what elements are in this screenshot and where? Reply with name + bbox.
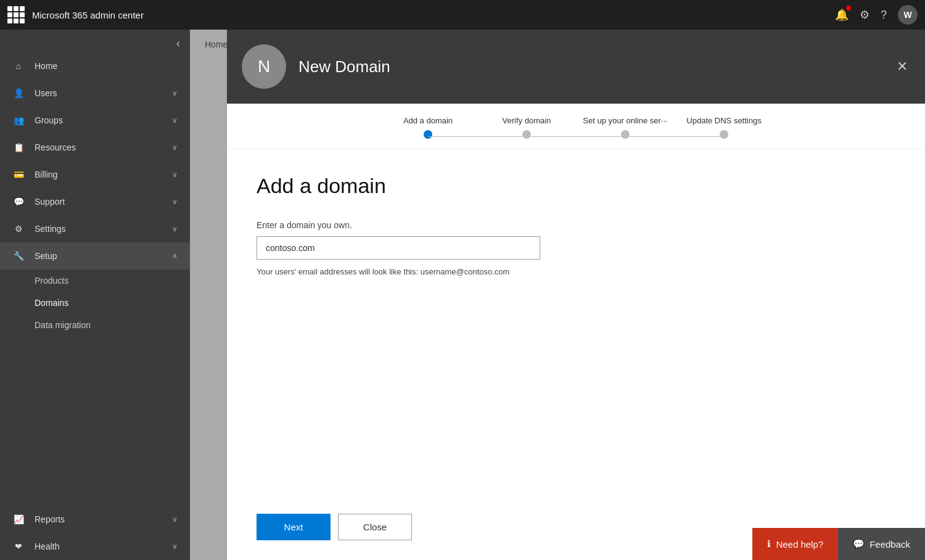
topbar: Microsoft 365 admin center 🔔 ⚙ ? W [0, 0, 925, 30]
content-area: Home N New Domain ✕ Add a domain [190, 30, 925, 560]
sidebar-item-support[interactable]: 💬 Support ∨ [0, 188, 190, 215]
users-icon: 👤 [12, 87, 25, 99]
need-help-button[interactable]: ℹ Need help? [752, 528, 838, 560]
feedback-button[interactable]: 💬 Feedback [838, 528, 925, 560]
sidebar-item-resources[interactable]: 📋 Resources ∨ [0, 134, 190, 161]
sidebar-item-health[interactable]: ❤ Health ∨ [0, 533, 190, 560]
sidebar-sub-data-migration[interactable]: Data migration [0, 314, 190, 336]
sidebar-item-home-label: Home [35, 61, 178, 71]
settings-nav-icon: ⚙ [12, 223, 25, 235]
sidebar-sub-data-migration-label: Data migration [35, 320, 91, 330]
sidebar-item-settings[interactable]: ⚙ Settings ∨ [0, 215, 190, 242]
next-button[interactable]: Next [257, 514, 331, 540]
step-verify-domain: Verify domain [477, 116, 576, 149]
step-update-dns-label: Update DNS settings [686, 116, 761, 125]
modal-body-heading: Add a domain [257, 174, 895, 198]
sidebar-item-users[interactable]: 👤 Users ∨ [0, 80, 190, 107]
resources-chevron-icon: ∨ [172, 143, 178, 152]
health-chevron-icon: ∨ [172, 542, 178, 551]
reports-chevron-icon: ∨ [172, 515, 178, 524]
sidebar-item-reports-label: Reports [35, 514, 162, 524]
setup-icon: 🔧 [12, 250, 25, 262]
close-button[interactable]: Close [338, 514, 412, 540]
modal-avatar: N [242, 44, 286, 89]
sidebar-sub-domains[interactable]: Domains [0, 292, 190, 314]
step-verify-domain-label: Verify domain [503, 116, 551, 125]
form-hint: Your users' email addresses will look li… [257, 267, 895, 276]
step-setup-online-label: Set up your online ser··· [583, 116, 667, 125]
sidebar-item-home[interactable]: ⌂ Home [0, 52, 190, 80]
settings-icon[interactable]: ⚙ [860, 8, 870, 22]
modal-overlay: N New Domain ✕ Add a domain Verify domai… [190, 30, 925, 560]
sidebar-item-billing[interactable]: 💳 Billing ∨ [0, 161, 190, 188]
step-setup-online: Set up your online ser··· [576, 116, 675, 149]
modal-close-button[interactable]: ✕ [894, 56, 910, 77]
billing-icon: 💳 [12, 168, 25, 181]
step-progress: Add a domain Verify domain Set up your o… [227, 104, 925, 149]
step-add-domain: Add a domain [379, 116, 477, 149]
support-chevron-icon: ∨ [172, 197, 178, 206]
sidebar-collapse-area: ‹ [0, 30, 190, 52]
feedback-label: Feedback [870, 539, 910, 550]
sidebar-sub-products-label: Products [35, 276, 68, 286]
users-chevron-icon: ∨ [172, 89, 178, 97]
sidebar-item-support-label: Support [35, 197, 162, 207]
sidebar-sub-domains-label: Domains [35, 298, 68, 308]
modal-title: New Domain [298, 57, 882, 76]
sidebar: ‹ ⌂ Home 👤 Users ∨ 👥 Groups ∨ 📋 Resource… [0, 30, 190, 560]
reports-icon: 📈 [12, 513, 25, 525]
setup-chevron-icon: ∧ [172, 252, 178, 260]
feedback-icon: 💬 [853, 538, 865, 550]
sidebar-collapse-button[interactable]: ‹ [176, 37, 180, 50]
need-help-label: Need help? [776, 539, 823, 550]
main-layout: ‹ ⌂ Home 👤 Users ∨ 👥 Groups ∨ 📋 Resource… [0, 30, 925, 560]
apps-grid-icon[interactable] [7, 6, 25, 23]
topbar-icons: 🔔 ⚙ ? W [835, 5, 918, 25]
notification-badge [846, 6, 851, 10]
user-avatar[interactable]: W [898, 5, 918, 25]
sidebar-item-health-label: Health [35, 541, 162, 551]
sidebar-item-users-label: Users [35, 88, 162, 98]
sidebar-sub-products[interactable]: Products [0, 270, 190, 292]
form-label: Enter a domain you own. [257, 220, 895, 230]
home-icon: ⌂ [12, 60, 25, 72]
domain-input[interactable] [257, 236, 540, 260]
sidebar-item-setup-label: Setup [35, 251, 162, 261]
settings-chevron-icon: ∨ [172, 224, 178, 233]
bottom-bar: ℹ Need help? 💬 Feedback [752, 528, 925, 560]
groups-icon: 👥 [12, 114, 25, 126]
step-verify-domain-dot [522, 130, 531, 139]
modal-body: Add a domain Enter a domain you own. You… [227, 149, 925, 501]
sidebar-item-billing-label: Billing [35, 170, 162, 179]
health-icon: ❤ [12, 540, 25, 553]
step-add-domain-dot [424, 130, 432, 139]
app-title: Microsoft 365 admin center [32, 10, 828, 20]
sidebar-item-settings-label: Settings [35, 224, 162, 234]
need-help-icon: ℹ [767, 538, 771, 550]
resources-icon: 📋 [12, 141, 25, 154]
sidebar-item-groups[interactable]: 👥 Groups ∨ [0, 107, 190, 134]
step-add-domain-label: Add a domain [403, 116, 453, 125]
notification-icon[interactable]: 🔔 [835, 8, 849, 22]
step-update-dns-dot [720, 130, 728, 139]
sidebar-item-groups-label: Groups [35, 115, 162, 125]
modal-header: N New Domain ✕ [227, 30, 925, 104]
sidebar-item-resources-label: Resources [35, 142, 162, 152]
sidebar-item-setup[interactable]: 🔧 Setup ∧ [0, 242, 190, 270]
new-domain-modal: N New Domain ✕ Add a domain Verify domai… [227, 30, 925, 560]
help-icon[interactable]: ? [881, 9, 887, 22]
step-setup-online-dot [621, 130, 630, 139]
billing-chevron-icon: ∨ [172, 170, 178, 179]
step-update-dns: Update DNS settings [675, 116, 773, 149]
groups-chevron-icon: ∨ [172, 116, 178, 125]
support-icon: 💬 [12, 196, 25, 208]
sidebar-item-reports[interactable]: 📈 Reports ∨ [0, 506, 190, 533]
